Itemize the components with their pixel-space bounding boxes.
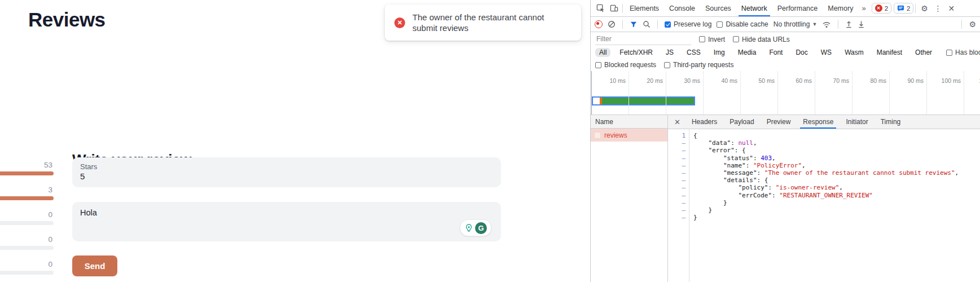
more-tabs-icon[interactable]: »: [858, 4, 869, 12]
ruler-label: 50 ms: [742, 77, 775, 84]
overview-waterfall-bar: [592, 96, 695, 105]
type-filter-img[interactable]: Img: [710, 48, 729, 57]
send-button[interactable]: Send: [72, 255, 117, 276]
search-icon[interactable]: [643, 20, 651, 28]
rating-bar: [0, 271, 54, 275]
network-main-split: Name reviews ✕ HeadersPayloadPreviewResp…: [591, 115, 980, 282]
network-settings-gear-icon[interactable]: ⚙: [969, 20, 976, 29]
grammarly-logo-icon[interactable]: G: [475, 222, 487, 234]
type-filter-manifest[interactable]: Manifest: [873, 48, 906, 57]
console-errors-badge[interactable]: ✕ 2: [872, 3, 891, 14]
response-viewer: 1––––––––––– { "data": null, "error": { …: [668, 129, 980, 282]
filter-input[interactable]: [595, 34, 691, 45]
type-filter-wasm[interactable]: Wasm: [841, 48, 868, 57]
rating-count: 0: [19, 236, 52, 243]
rating-count: 0: [19, 261, 52, 268]
detail-tab-preview[interactable]: Preview: [761, 115, 797, 129]
network-conditions-icon[interactable]: [822, 20, 831, 28]
ruler-gridline: [852, 71, 852, 114]
type-filter-css[interactable]: CSS: [683, 48, 705, 57]
requests-table: Name reviews: [591, 115, 668, 282]
detail-tab-initiator[interactable]: Initiator: [840, 115, 874, 129]
response-code[interactable]: { "data": null, "error": { "status": 403…: [689, 129, 980, 282]
detail-tab-bar: ✕ HeadersPayloadPreviewResponseInitiator…: [668, 115, 980, 129]
settings-gear-icon[interactable]: ⚙: [917, 2, 931, 15]
third-party-requests-checkbox[interactable]: Third-party requests: [664, 61, 733, 69]
code-line: }: [693, 199, 980, 206]
blocked-requests-checkbox[interactable]: Blocked requests: [595, 61, 656, 69]
line-number-gutter: 1–––––––––––: [668, 129, 689, 282]
divider: [622, 20, 623, 29]
ruler-gridline: [926, 71, 927, 114]
type-filter-doc[interactable]: Doc: [792, 48, 811, 57]
devtools-tab-network[interactable]: Network: [736, 0, 772, 16]
issue-count: 2: [907, 5, 910, 12]
detail-tab-response[interactable]: Response: [797, 115, 840, 129]
invert-checkbox[interactable]: Invert: [699, 36, 725, 43]
suggestion-bulb-icon[interactable]: [464, 223, 473, 232]
gutter-cell: –: [668, 199, 685, 206]
type-filter-js[interactable]: JS: [662, 48, 678, 57]
name-column-header[interactable]: Name: [591, 115, 667, 129]
network-overview-timeline[interactable]: 10 ms20 ms30 ms40 ms50 ms60 ms70 ms80 ms…: [591, 71, 980, 115]
rating-count: 53: [19, 162, 52, 169]
inspect-element-icon[interactable]: [594, 2, 607, 15]
review-text: Hola: [80, 208, 493, 217]
ruler-gridline: [964, 71, 964, 114]
type-filter-all[interactable]: All: [595, 48, 610, 57]
stars-value: 5: [80, 171, 493, 182]
preserve-log-checkbox[interactable]: Preserve log: [665, 20, 711, 28]
close-detail-icon[interactable]: ✕: [669, 118, 685, 126]
grammarly-widget[interactable]: G: [460, 219, 491, 236]
rating-histogram: 533000: [0, 162, 55, 280]
devtools-tab-console[interactable]: Console: [664, 0, 700, 16]
request-row[interactable]: reviews: [591, 129, 667, 142]
code-line: {: [693, 132, 980, 139]
has-blocked-cookies-checkbox[interactable]: Has blocked cookies: [946, 49, 980, 56]
rating-bar: [0, 221, 54, 225]
throttling-dropdown[interactable]: No throttling▼: [774, 20, 818, 28]
devtools-tab-elements[interactable]: Elements: [625, 0, 664, 16]
type-filter-media[interactable]: Media: [734, 48, 761, 57]
gutter-cell: –: [668, 214, 685, 221]
detail-tab-payload[interactable]: Payload: [723, 115, 760, 129]
ruler-gridline: [740, 71, 741, 114]
ruler-gridline: [666, 71, 666, 114]
rating-bar: [0, 246, 54, 250]
code-line: "error": {: [693, 147, 980, 154]
disable-cache-checkbox[interactable]: Disable cache: [717, 20, 768, 28]
request-property-filters: Blocked requests Third-party requests: [591, 59, 980, 71]
type-filter-ws[interactable]: WS: [817, 48, 836, 57]
code-line: }: [693, 214, 980, 221]
import-har-icon[interactable]: [845, 20, 852, 28]
code-line: "status": 403,: [693, 155, 980, 162]
review-textarea[interactable]: Hola G: [72, 202, 501, 241]
clear-network-log-icon[interactable]: [608, 20, 616, 28]
detail-tab-timing[interactable]: Timing: [874, 115, 907, 129]
rating-bar: [0, 196, 54, 200]
devtools-tab-memory[interactable]: Memory: [823, 0, 858, 16]
devtools-tab-sources[interactable]: Sources: [700, 0, 736, 16]
filter-funnel-icon[interactable]: [630, 20, 638, 28]
close-devtools-icon[interactable]: ✕: [944, 2, 958, 15]
type-filter-font[interactable]: Font: [765, 48, 786, 57]
issues-badge[interactable]: 2: [894, 3, 913, 14]
stars-field[interactable]: Stars 5: [72, 157, 501, 187]
record-network-log-icon[interactable]: [595, 20, 603, 28]
kebab-menu-icon[interactable]: ⋮: [931, 2, 944, 15]
export-har-icon[interactable]: [858, 20, 865, 28]
device-toolbar-icon[interactable]: [607, 2, 621, 15]
type-filter-other[interactable]: Other: [911, 48, 936, 57]
devtools-tab-performance[interactable]: Performance: [772, 0, 823, 16]
network-toolbar: Preserve log Disable cache No throttling…: [591, 17, 980, 32]
detail-tab-headers[interactable]: Headers: [685, 115, 723, 129]
ruler-label: 40 ms: [705, 77, 737, 84]
divider: [657, 20, 658, 29]
hide-data-urls-checkbox[interactable]: Hide data URLs: [733, 36, 790, 43]
gutter-cell: –: [668, 177, 685, 184]
ruler-gridline: [889, 71, 890, 114]
type-filter-fetchxhr[interactable]: Fetch/XHR: [616, 48, 657, 57]
gutter-cell: –: [668, 206, 685, 214]
page-title: Reviews: [28, 10, 106, 29]
error-count: 2: [885, 5, 888, 12]
